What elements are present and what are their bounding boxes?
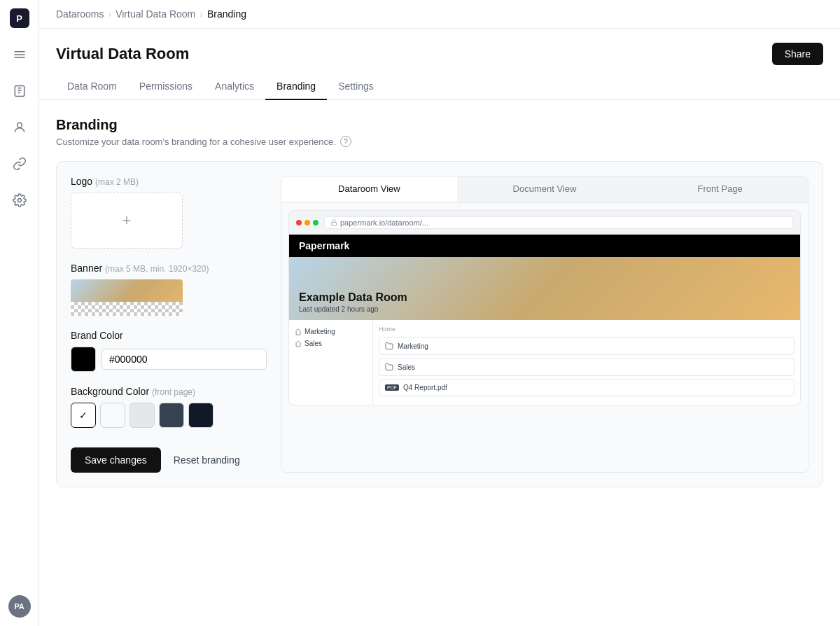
reset-branding-button[interactable]: Reset branding	[168, 447, 246, 473]
bg-color-label: Background Color (front page)	[71, 386, 267, 397]
bg-color-section: Background Color (front page) ✓	[71, 386, 267, 428]
browser-url: papermark.io/dataroom/...	[324, 216, 793, 229]
links-icon[interactable]	[7, 151, 32, 176]
tab-data-room[interactable]: Data Room	[56, 74, 128, 100]
svg-point-1	[17, 123, 22, 127]
svg-rect-0	[15, 86, 24, 97]
branding-card: Logo (max 2 MB) + Banner (max 5 MB, min.…	[56, 161, 823, 487]
bg-color-sublabel: (front page)	[152, 387, 195, 397]
banner-label: Banner (max 5 MB, min. 1920×320)	[71, 263, 267, 274]
logo-label: Logo (max 2 MB)	[71, 176, 267, 187]
dr-logo-text: Papermark	[299, 240, 349, 251]
tab-bar: Data Room Permissions Analytics Branding…	[39, 74, 840, 100]
breadcrumb-vdr[interactable]: Virtual Data Room	[115, 8, 195, 20]
help-icon[interactable]: ?	[340, 136, 351, 147]
bg-swatch-darkest[interactable]	[188, 403, 214, 428]
preview-tab-dataroom[interactable]: Dataroom View	[281, 176, 457, 202]
bg-swatch-white[interactable]: ✓	[71, 403, 96, 428]
brand-color-label: Brand Color	[71, 330, 267, 341]
breadcrumb-datarooms[interactable]: Datarooms	[56, 8, 104, 20]
svg-rect-3	[331, 223, 337, 226]
tab-branding[interactable]: Branding	[265, 74, 327, 100]
breadcrumb-current: Branding	[207, 8, 246, 20]
app-logo[interactable]: P	[10, 8, 29, 28]
brand-color-swatch[interactable]	[71, 347, 96, 372]
bg-color-options: ✓	[71, 403, 267, 428]
bg-swatch-dark[interactable]	[159, 403, 184, 428]
dr-room-title: Example Data Room	[299, 291, 407, 304]
dot-green	[313, 220, 318, 225]
share-button[interactable]: Share	[772, 43, 823, 65]
dr-file-marketing[interactable]: Marketing	[379, 337, 794, 355]
dr-sidebar-item-sales[interactable]: Sales	[295, 338, 367, 349]
sidebar: P PA	[0, 0, 39, 626]
banner-section: Banner (max 5 MB, min. 1920×320)	[71, 263, 267, 316]
content-area: Branding Customize your data room's bran…	[39, 100, 840, 626]
brand-color-input[interactable]	[102, 349, 267, 370]
documents-icon[interactable]	[7, 78, 32, 104]
logo-section: Logo (max 2 MB) +	[71, 176, 267, 249]
plus-icon: +	[122, 211, 132, 230]
dr-banner-overlay: Example Data Room Last updated 2 hours a…	[299, 291, 407, 313]
url-text: papermark.io/dataroom/...	[340, 218, 428, 227]
dr-body: Marketing Sales Home	[289, 320, 800, 405]
breadcrumb: Datarooms › Virtual Data Room › Branding	[56, 8, 246, 20]
breadcrumb-sep-2: ›	[200, 8, 203, 20]
tab-settings[interactable]: Settings	[327, 74, 385, 100]
browser-chrome: papermark.io/dataroom/...	[288, 210, 801, 235]
tab-permissions[interactable]: Permissions	[128, 74, 204, 100]
preview-tab-frontpage[interactable]: Front Page	[632, 176, 808, 202]
left-panel: Logo (max 2 MB) + Banner (max 5 MB, min.…	[71, 176, 267, 473]
action-row: Save changes Reset branding	[71, 447, 267, 473]
settings-icon[interactable]	[7, 188, 32, 213]
bg-swatch-light[interactable]	[100, 403, 125, 428]
dr-main-area: Home Marketing Sales PD	[373, 320, 800, 405]
dr-home-label: Home	[379, 326, 794, 333]
brand-color-section: Brand Color	[71, 330, 267, 372]
contacts-icon[interactable]	[7, 115, 32, 140]
brand-color-row	[71, 347, 267, 372]
dr-file-pdf[interactable]: PDF Q4 Report.pdf	[379, 379, 794, 396]
preview-panel: Dataroom View Document View Front Page	[281, 176, 808, 473]
logo-sublabel: (max 2 MB)	[95, 177, 139, 187]
section-desc: Customize your data room's branding for …	[56, 136, 823, 147]
save-changes-button[interactable]: Save changes	[71, 447, 161, 473]
main-area: Datarooms › Virtual Data Room › Branding…	[39, 0, 840, 626]
preview-tab-bar: Dataroom View Document View Front Page	[281, 176, 808, 203]
banner-sublabel: (max 5 MB, min. 1920×320)	[105, 264, 209, 274]
checkmark-icon: ✓	[79, 410, 88, 421]
logo-upload-area[interactable]: +	[71, 193, 183, 249]
dr-banner: Example Data Room Last updated 2 hours a…	[289, 257, 800, 320]
dr-file-sales[interactable]: Sales	[379, 358, 794, 376]
header: Datarooms › Virtual Data Room › Branding	[39, 0, 840, 29]
pdf-badge: PDF	[385, 384, 399, 391]
tab-analytics[interactable]: Analytics	[204, 74, 265, 100]
svg-point-2	[18, 199, 21, 202]
bg-swatch-gray[interactable]	[130, 403, 155, 428]
dot-red	[296, 220, 302, 225]
dr-navbar: Papermark	[289, 235, 800, 257]
dr-sidebar: Marketing Sales	[289, 320, 373, 405]
browser-mock: papermark.io/dataroom/... Papermark Exam…	[281, 203, 808, 472]
dot-yellow	[304, 220, 310, 225]
breadcrumb-sep-1: ›	[108, 8, 111, 20]
user-avatar[interactable]: PA	[8, 595, 31, 618]
banner-upload-area[interactable]	[71, 279, 183, 316]
page-header: Virtual Data Room Share	[39, 29, 840, 65]
dr-sidebar-item-marketing[interactable]: Marketing	[295, 326, 367, 338]
section-title: Branding	[56, 117, 823, 133]
dataroom-preview: Papermark Example Data Room Last updated…	[288, 235, 801, 405]
page-title: Virtual Data Room	[56, 45, 189, 63]
browser-dots	[296, 220, 318, 225]
datarooms-icon[interactable]	[7, 42, 32, 67]
dr-room-subtitle: Last updated 2 hours ago	[299, 305, 407, 313]
preview-tab-document[interactable]: Document View	[457, 176, 633, 202]
